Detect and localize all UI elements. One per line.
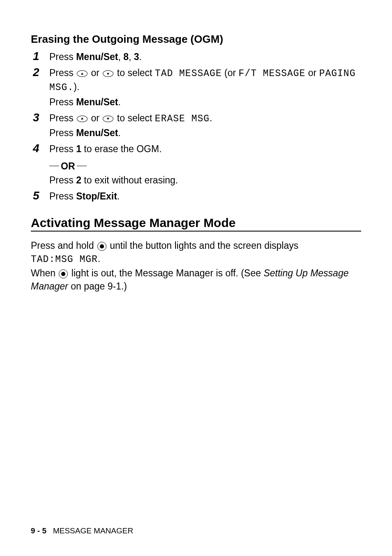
step-body: Press Menu/Set, 8, 3.: [47, 50, 361, 64]
paragraph-activating: Press and hold until the button lights a…: [31, 239, 361, 293]
step-number: 2: [31, 66, 47, 79]
or-text: OR: [61, 160, 75, 173]
step-text: to select: [114, 67, 154, 78]
step-text-bold: 8: [123, 51, 129, 62]
nav-up-icon: [77, 116, 88, 122]
para-text: on page 9-1.): [68, 281, 127, 292]
step-text: or: [88, 113, 102, 123]
para-text: When: [31, 268, 58, 278]
step-body: Press or to select TAD MESSAGE (or F/T M…: [47, 66, 361, 109]
step-text: Press: [49, 51, 76, 62]
step-body: Press 1 to erase the OGM.ORPress 2 to ex…: [47, 142, 361, 188]
step-item: 2Press or to select TAD MESSAGE (or F/T …: [31, 66, 361, 109]
step-line: Press Menu/Set, 8, 3.: [49, 50, 361, 63]
step-text: Press: [49, 191, 76, 202]
step-line: Press or to select TAD MESSAGE (or F/T M…: [49, 66, 361, 94]
para-text: until the button lights and the screen d…: [107, 240, 298, 251]
nav-up-icon: [77, 70, 88, 77]
section-title-erasing: Erasing the Outgoing Message (OGM): [31, 33, 361, 46]
step-line: Press Menu/Set.: [49, 126, 361, 139]
step-text: ,: [129, 51, 134, 62]
step-text-bold: 3: [134, 51, 139, 62]
step-text: .: [139, 51, 142, 62]
step-text: to erase the OGM.: [81, 144, 162, 154]
step-text: to exit without erasing.: [81, 175, 178, 185]
step-body: Press Stop/Exit.: [47, 190, 361, 204]
step-text-bold: Menu/Set: [76, 51, 118, 62]
step-number: 1: [31, 50, 47, 63]
step-number: 5: [31, 189, 47, 202]
step-text: Press: [49, 127, 76, 138]
step-text-mono: ERASE MSG: [155, 114, 210, 124]
step-body: Press or to select ERASE MSG.Press Menu/…: [47, 111, 361, 140]
msg-mgr-button-icon: [59, 269, 68, 278]
step-item: 3Press or to select ERASE MSG.Press Menu…: [31, 111, 361, 140]
step-line: Press 1 to erase the OGM.: [49, 142, 361, 155]
step-text: ).: [74, 81, 79, 92]
nav-down-icon: [103, 70, 113, 77]
step-number: 3: [31, 111, 47, 124]
step-text-bold: Stop/Exit: [76, 191, 117, 202]
footer-label: MESSAGE MANAGER: [53, 526, 133, 535]
step-text: .: [118, 127, 120, 138]
step-text: .: [117, 191, 120, 202]
page-footer: 9 - 5 MESSAGE MANAGER: [31, 526, 133, 535]
dash-icon: [77, 166, 87, 166]
step-line: OR: [49, 156, 361, 173]
para-text: Press and hold: [31, 240, 97, 251]
step-text: Press: [49, 144, 76, 154]
step-text: Press: [49, 113, 76, 123]
para-text: .: [98, 253, 100, 264]
step-line: Press Menu/Set.: [49, 95, 361, 109]
page-number: 9 - 5: [31, 526, 46, 535]
step-text-mono: TAD MESSAGE: [155, 68, 222, 79]
para-mono: TAD:MSG MGR: [31, 254, 98, 265]
step-text-mono: F/T MESSAGE: [239, 68, 306, 79]
step-item: 1Press Menu/Set, 8, 3.: [31, 50, 361, 64]
step-text: or: [305, 67, 319, 78]
step-text-bold: Menu/Set: [76, 127, 118, 138]
section-title-activating: Activating Message Manager Mode: [31, 216, 361, 230]
step-text: or: [88, 67, 102, 78]
step-line: Press 2 to exit without erasing.: [49, 174, 361, 187]
step-text-bold: 2: [76, 175, 81, 185]
step-number: 4: [31, 142, 47, 155]
step-text-bold: 1: [76, 144, 81, 154]
step-item: 4Press 1 to erase the OGM.ORPress 2 to e…: [31, 142, 361, 188]
step-text: Press: [49, 67, 76, 78]
heading-divider: [31, 231, 361, 232]
step-text: .: [118, 97, 120, 107]
step-text: to select: [114, 113, 154, 123]
or-separator: OR: [49, 160, 87, 173]
step-text: (or: [222, 67, 239, 78]
step-text: Press: [49, 97, 76, 107]
step-text: Press: [49, 175, 76, 185]
step-text-bold: Menu/Set: [76, 97, 118, 107]
step-text: .: [210, 113, 212, 123]
step-line: Press or to select ERASE MSG.: [49, 111, 361, 125]
dash-icon: [49, 166, 59, 166]
steps-list: 1Press Menu/Set, 8, 3.2Press or to selec…: [31, 50, 361, 204]
nav-down-icon: [103, 116, 113, 122]
para-text: light is out, the Message Manager is off…: [69, 268, 263, 278]
msg-mgr-button-icon: [97, 242, 106, 251]
step-line: Press Stop/Exit.: [49, 190, 361, 203]
step-text: ,: [118, 51, 123, 62]
step-item: 5Press Stop/Exit.: [31, 189, 361, 204]
